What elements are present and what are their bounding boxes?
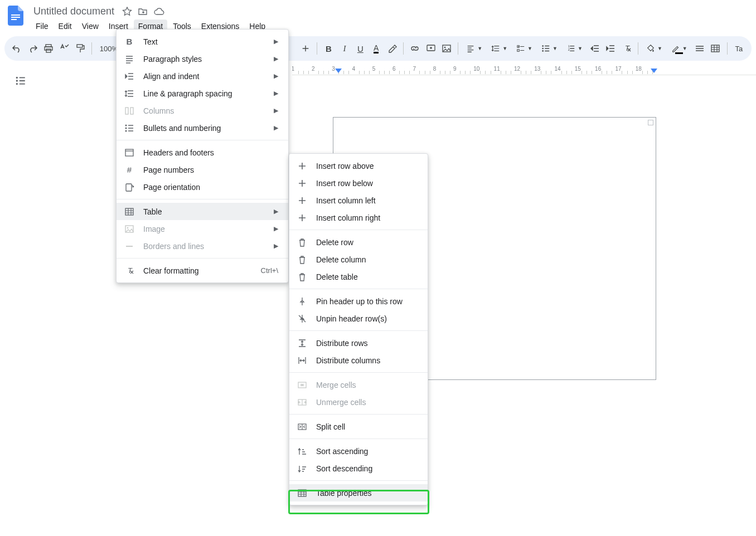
format-table[interactable]: Table▶ [117, 203, 288, 220]
increase-indent-button[interactable] [604, 41, 617, 56]
format-bullets-and-numbering[interactable]: Bullets and numbering▶ [117, 119, 288, 137]
svg-rect-20 [45, 47, 52, 50]
plus-icon [297, 161, 307, 171]
star-icon[interactable] [122, 7, 132, 17]
highlight-color-button[interactable] [385, 41, 399, 56]
table-insert-column-left[interactable]: Insert column left [289, 192, 428, 209]
insert-image-button[interactable] [440, 41, 453, 56]
decrease-indent-button[interactable] [588, 41, 602, 56]
align-button[interactable]: ▼ [463, 41, 486, 56]
menu-item-label: Delete column [316, 255, 418, 264]
cell-handle-icon[interactable] [648, 120, 653, 125]
hash-icon [124, 165, 134, 175]
left-indent-marker[interactable] [335, 69, 342, 74]
para-icon [124, 54, 134, 64]
svg-rect-21 [46, 49, 51, 52]
submenu-arrow-icon: ▶ [274, 107, 278, 114]
format-align-and-indent[interactable]: Align and indent▶ [117, 67, 288, 85]
table-delete-table[interactable]: Delete table [289, 268, 428, 285]
menu-item-label: Image [143, 225, 265, 233]
cloud-status-icon[interactable] [153, 7, 164, 17]
table-insert-column-right[interactable]: Insert column right [289, 209, 428, 226]
clear-formatting-button[interactable] [620, 41, 633, 56]
bold-button[interactable]: B [322, 41, 335, 56]
table-icon [124, 207, 134, 217]
orient-icon [124, 182, 134, 192]
underline-button[interactable]: U [353, 41, 367, 56]
submenu-arrow-icon: ▶ [274, 55, 278, 62]
bulleted-list-button[interactable]: ▼ [538, 41, 561, 56]
ruler: 21123456789101112131415161718 [0, 65, 756, 75]
undo-button[interactable] [10, 41, 23, 56]
table-table-properties[interactable]: Table properties [289, 484, 428, 501]
move-icon[interactable] [138, 7, 148, 17]
table-pin-header-up-to-this-row[interactable]: Pin header up to this row [289, 293, 428, 310]
image-icon [124, 224, 134, 234]
table-merge-cells: Merge cells [289, 376, 428, 393]
format-page-numbers[interactable]: Page numbers [117, 161, 288, 178]
line-spacing-button[interactable]: ▼ [488, 41, 511, 56]
table-submenu: Insert row aboveInsert row belowInsert c… [289, 153, 428, 505]
table-distribute-columns[interactable]: Distribute columns [289, 352, 428, 369]
format-clear-formatting[interactable]: Clear formattingCtrl+\ [117, 262, 288, 279]
text-color-button[interactable]: A [370, 41, 383, 56]
table-delete-row[interactable]: Delete row [289, 233, 428, 251]
format-headers-and-footers[interactable]: Headers and footers [117, 144, 288, 161]
format-paragraph-styles[interactable]: Paragraph styles▶ [117, 50, 288, 67]
format-borders-and-lines: Borders and lines▶ [117, 237, 288, 255]
menu-item-label: Unmerge cells [316, 398, 418, 407]
table-insert-row-above[interactable]: Insert row above [289, 157, 428, 174]
menu-item-label: Insert row below [316, 179, 418, 188]
plus-icon [297, 196, 307, 206]
show-outline-button[interactable] [11, 71, 30, 90]
spellcheck-button[interactable] [57, 41, 71, 56]
table-insert-row-below[interactable]: Insert row below [289, 174, 428, 192]
menu-item-label: Headers and footers [143, 148, 278, 157]
docs-logo-icon[interactable] [6, 6, 26, 26]
menu-item-label: Distribute columns [316, 356, 418, 365]
menu-item-label: Bullets and numbering [143, 124, 265, 133]
sortdesc-icon [297, 464, 307, 474]
menu-item-label: Insert column left [316, 196, 418, 205]
document-title[interactable]: Untitled document [31, 4, 117, 18]
svg-rect-17 [11, 17, 20, 18]
table-sort-ascending[interactable]: Sort ascending [289, 442, 428, 460]
add-comment-button[interactable] [424, 41, 438, 56]
menu-view[interactable]: View [77, 20, 103, 33]
submenu-arrow-icon: ▶ [274, 90, 278, 97]
plus-icon [297, 213, 307, 223]
border-color-button[interactable]: ▼ [668, 41, 691, 56]
table-unpin-header-row-s-[interactable]: Unpin header row(s) [289, 310, 428, 327]
toolbar-overflow[interactable]: Ta [731, 41, 746, 56]
table-delete-column[interactable]: Delete column [289, 251, 428, 268]
table-split-cell[interactable]: Split cell [289, 418, 428, 435]
numbered-list-button[interactable]: 12▼ [563, 41, 586, 56]
svg-rect-22 [77, 45, 83, 47]
insert-link-button[interactable] [408, 41, 421, 56]
menu-item-label: Paragraph styles [143, 55, 265, 64]
format-line-paragraph-spacing[interactable]: Line & paragraph spacing▶ [117, 85, 288, 102]
pin-icon [297, 296, 307, 306]
submenu-arrow-icon: ▶ [274, 225, 278, 232]
menu-edit[interactable]: Edit [54, 20, 76, 33]
menu-item-label: Delete table [316, 272, 418, 281]
paint-format-button[interactable] [74, 41, 87, 56]
insert-plus-button[interactable] [299, 41, 312, 56]
menu-item-label: Split cell [316, 422, 418, 431]
unpin-icon [297, 314, 307, 324]
right-indent-marker[interactable] [651, 69, 657, 74]
fill-color-button[interactable]: ▼ [643, 41, 666, 56]
table-sort-descending[interactable]: Sort descending [289, 460, 428, 477]
border-style-button[interactable] [693, 41, 706, 56]
format-page-orientation[interactable]: Page orientation [117, 178, 288, 196]
indent-icon [124, 71, 134, 81]
menu-file[interactable]: File [31, 20, 53, 33]
print-button[interactable] [42, 41, 55, 56]
table-distribute-rows[interactable]: Distribute rows [289, 334, 428, 352]
checklist-button[interactable]: ▼ [513, 41, 536, 56]
redo-button[interactable] [26, 41, 39, 56]
menu-item-label: Text [143, 37, 265, 46]
italic-button[interactable]: I [338, 41, 351, 56]
table-options-button[interactable] [709, 41, 722, 56]
format-text[interactable]: Text▶ [117, 33, 288, 50]
